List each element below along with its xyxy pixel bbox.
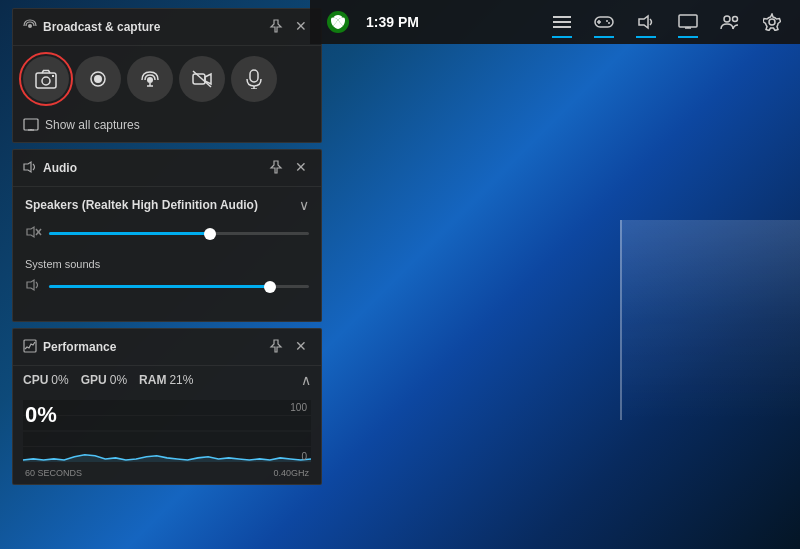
svg-point-16 — [28, 24, 32, 28]
broadcast-header-actions: ✕ — [265, 17, 311, 37]
main-volume-thumb[interactable] — [204, 228, 216, 240]
svg-marker-9 — [639, 16, 648, 28]
performance-widget-header: Performance ✕ — [13, 329, 321, 366]
broadcast-pin-button[interactable] — [265, 17, 287, 37]
performance-header-actions: ✕ — [265, 337, 311, 357]
broadcast-close-button[interactable]: ✕ — [291, 17, 311, 37]
speaker-chevron-icon[interactable]: ∨ — [299, 197, 309, 213]
system-volume-slider-row — [25, 278, 309, 295]
audio-header-icon — [23, 160, 37, 177]
svg-rect-27 — [250, 70, 258, 82]
performance-graph-svg — [23, 400, 311, 462]
system-volume-fill — [49, 285, 270, 288]
svg-point-22 — [147, 77, 153, 83]
svg-marker-33 — [24, 162, 31, 172]
svg-point-13 — [724, 16, 730, 22]
performance-big-value: 0% — [25, 402, 57, 428]
desktop-reflection — [620, 220, 800, 420]
system-volume-slider[interactable] — [49, 285, 309, 288]
topbar-social-icon[interactable] — [712, 4, 748, 40]
broadcast-capture-widget: Broadcast & capture ✕ — [12, 8, 322, 143]
performance-time-label: 60 SECONDS — [25, 468, 82, 478]
performance-freq-label: 0.40GHz — [273, 468, 309, 478]
broadcast-widget-title: Broadcast & capture — [43, 20, 265, 34]
show-all-captures-button[interactable]: Show all captures — [13, 112, 321, 142]
ram-stat: RAM 21% — [139, 373, 193, 387]
topbar-icon-group — [544, 4, 800, 40]
svg-point-18 — [42, 77, 50, 85]
capture-buttons-group — [13, 46, 321, 112]
cpu-value: 0% — [51, 373, 68, 387]
broadcast-button[interactable] — [127, 56, 173, 102]
audio-capture-button[interactable] — [231, 56, 277, 102]
screenshot-button[interactable] — [23, 56, 69, 102]
svg-marker-34 — [27, 227, 34, 237]
svg-point-8 — [608, 22, 610, 24]
audio-close-button[interactable]: ✕ — [291, 158, 311, 178]
audio-widget: Audio ✕ Speakers (Realtek High Definitio… — [12, 149, 322, 322]
svg-point-14 — [733, 17, 738, 22]
cpu-label: CPU — [23, 373, 48, 387]
broadcast-header-icon — [23, 19, 37, 36]
performance-stats-row: CPU 0% GPU 0% RAM 21% ∧ — [13, 366, 321, 394]
audio-pin-button[interactable] — [265, 158, 287, 178]
main-volume-slider-row — [25, 225, 309, 242]
performance-header-icon — [23, 339, 37, 356]
speaker-selection-row: Speakers (Realtek High Definition Audio)… — [25, 197, 309, 213]
gpu-label: GPU — [81, 373, 107, 387]
record-button[interactable] — [75, 56, 121, 102]
topbar-volume-icon[interactable] — [628, 4, 664, 40]
audio-widget-title: Audio — [43, 161, 265, 175]
performance-max-label: 100 — [290, 402, 307, 413]
xbox-game-bar-topbar: 1:39 PM — [310, 0, 800, 44]
svg-point-15 — [769, 19, 775, 25]
topbar-controller-icon[interactable] — [586, 4, 622, 40]
audio-widget-header: Audio ✕ — [13, 150, 321, 187]
svg-marker-37 — [27, 280, 34, 290]
gpu-value: 0% — [110, 373, 127, 387]
svg-rect-19 — [52, 75, 54, 77]
ram-label: RAM — [139, 373, 166, 387]
svg-point-21 — [94, 75, 102, 83]
topbar-time: 1:39 PM — [366, 14, 419, 30]
performance-graph-container: 0% 100 0 60 SECONDS 0.40GHz — [13, 394, 321, 484]
system-volume-icon — [25, 278, 43, 295]
performance-pin-button[interactable] — [265, 337, 287, 357]
broadcast-widget-header: Broadcast & capture ✕ — [13, 9, 321, 46]
performance-collapse-button[interactable]: ∧ — [301, 372, 311, 388]
xbox-logo-icon — [320, 4, 356, 40]
svg-rect-10 — [679, 15, 697, 27]
performance-widget-title: Performance — [43, 340, 265, 354]
main-volume-slider[interactable] — [49, 232, 309, 235]
audio-header-actions: ✕ — [265, 158, 311, 178]
ram-value: 21% — [169, 373, 193, 387]
system-volume-thumb[interactable] — [264, 281, 276, 293]
main-volume-fill — [49, 232, 210, 235]
performance-zero-label: 0 — [301, 451, 307, 462]
topbar-settings-icon[interactable] — [754, 4, 790, 40]
topbar-display-icon[interactable] — [670, 4, 706, 40]
show-all-captures-label: Show all captures — [45, 118, 140, 132]
svg-rect-30 — [24, 119, 38, 130]
topbar-menu-icon[interactable] — [544, 4, 580, 40]
audio-widget-body: Speakers (Realtek High Definition Audio)… — [13, 187, 321, 321]
cpu-stat: CPU 0% — [23, 373, 69, 387]
gpu-stat: GPU 0% — [81, 373, 127, 387]
side-panel: Broadcast & capture ✕ — [12, 0, 322, 549]
performance-widget: Performance ✕ CPU 0% GPU 0% RAM — [12, 328, 322, 485]
performance-close-button[interactable]: ✕ — [291, 337, 311, 357]
svg-point-7 — [606, 20, 608, 22]
system-sounds-label: System sounds — [25, 258, 309, 270]
speaker-label: Speakers (Realtek High Definition Audio) — [25, 198, 258, 212]
mute-camera-button[interactable] — [179, 56, 225, 102]
mute-icon[interactable] — [25, 225, 43, 242]
